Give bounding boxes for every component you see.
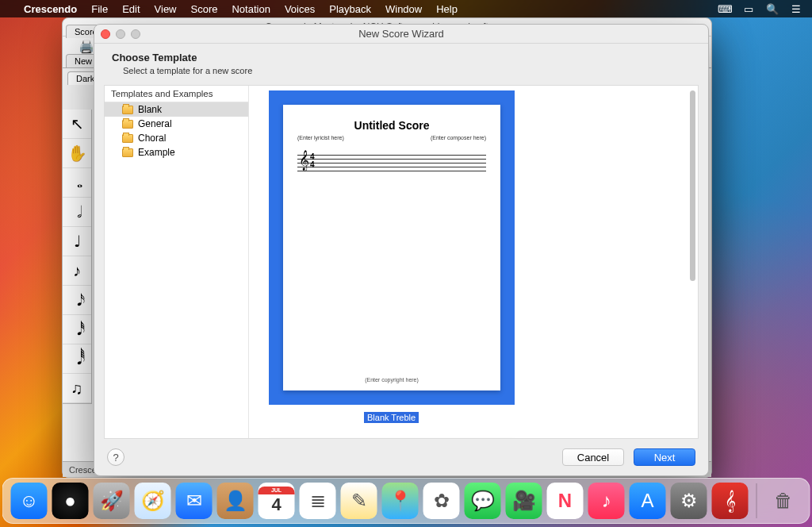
tree-label: Choral [138,133,166,144]
scrollbar-thumb[interactable] [690,90,695,281]
wizard-heading: Choose Template [112,52,691,63]
tool-thirtysecond-note[interactable]: 𝅘𝅥𝅰 [63,315,91,344]
wizard-titlebar[interactable]: New Score Wizard [94,25,708,44]
tool-eighth-note[interactable]: ♪ [63,256,91,286]
wizard-subheading: Select a template for a new score [123,66,691,75]
dock-crescendo-icon[interactable]: 𝄞 [712,483,749,519]
dock-music-icon[interactable]: ♪ [588,483,625,519]
menu-score[interactable]: Score [191,3,218,15]
copyright-placeholder: (Enter copyright here) [283,377,500,383]
dock-calendar-icon[interactable]: JUL4 [259,483,295,519]
spotlight-icon[interactable]: 🔍 [766,2,779,15]
keyboard-input-icon[interactable]: ⌨︎ [718,2,731,15]
tool-beamed-notes[interactable]: ♫ [63,374,91,403]
tree-label: Example [138,147,175,158]
menu-edit[interactable]: Edit [122,3,140,15]
wizard-footer: ? Cancel Next [94,439,708,475]
menu-voices[interactable]: Voices [285,3,315,15]
dock-maps-icon[interactable]: 📍 [382,483,419,519]
app-menu[interactable]: Crescendo [24,3,77,15]
tool-hand[interactable]: ✋ [63,139,91,168]
folder-icon [122,120,133,129]
tool-half-note[interactable]: 𝅗𝅥 [63,198,91,227]
score-title: Untitled Score [297,119,486,132]
macos-dock: ☺●🚀🧭✉👤JUL4≣✎📍✿💬🎥N♪A⚙𝄞🗑 [2,478,810,524]
dock-photos-icon[interactable]: ✿ [423,483,460,519]
menu-file[interactable]: File [91,3,108,15]
tree-label: Blank [138,104,162,115]
time-signature: 4 4 [310,153,315,169]
dock-mail-icon[interactable]: ✉ [176,483,213,519]
tree-item-choral[interactable]: Choral [105,131,248,145]
note-palette: ↖ ✋ 𝅝 𝅗𝅥 ♩ ♪ 𝅘𝅥𝅯 𝅘𝅥𝅰 𝅘𝅥𝅱 ♫ [62,110,92,404]
dock-appstore-icon[interactable]: A [630,483,666,519]
menu-window[interactable]: Window [385,3,422,15]
folder-icon [122,134,133,143]
template-preview-area[interactable]: Untitled Score (Enter lyricist here) (En… [249,86,698,438]
dock-settings-icon[interactable]: ⚙ [671,483,707,519]
control-center-icon[interactable]: ☰ [790,2,802,15]
cancel-button[interactable]: Cancel [562,448,624,466]
tree-label: General [138,118,172,129]
dock-siri-icon[interactable]: ● [52,483,89,519]
tree-item-general[interactable]: General [105,117,248,131]
template-name-label: Blank Treble [364,412,419,423]
wizard-header: Choose Template Select a template for a … [94,44,708,85]
wizard-title: New Score Wizard [358,28,444,40]
folder-icon [122,106,133,114]
template-thumbnail-selected[interactable]: Untitled Score (Enter lyricist here) (En… [269,90,515,405]
score-page-preview: Untitled Score (Enter lyricist here) (En… [283,105,500,390]
menu-help[interactable]: Help [436,3,458,15]
dock-facetime-icon[interactable]: 🎥 [506,483,542,519]
lyricist-placeholder: (Enter lyricist here) [297,135,344,140]
macos-menubar: Crescendo File Edit View Score Notation … [0,0,812,17]
dock-launchpad-icon[interactable]: 🚀 [94,483,130,519]
menu-view[interactable]: View [155,3,177,15]
composer-placeholder: (Enter composer here) [431,135,486,140]
tool-pointer[interactable]: ↖ [63,110,91,139]
next-button[interactable]: Next [634,448,695,466]
dock-news-icon[interactable]: N [547,483,584,519]
close-icon[interactable] [101,29,110,39]
folder-icon [122,148,133,157]
new-score-wizard-window: New Score Wizard Choose Template Select … [94,24,709,476]
dock-trash-icon[interactable]: 🗑 [765,483,802,519]
tool-sixtyfourth-note[interactable]: 𝅘𝅥𝅱 [63,344,91,374]
tool-sixteenth-note[interactable]: 𝅘𝅥𝅯 [63,286,91,315]
dock-finder-icon[interactable]: ☺ [11,483,48,519]
maximize-icon [131,29,140,39]
tree-item-example[interactable]: Example [105,145,248,160]
template-tree: Templates and Examples Blank General Cho… [105,86,249,438]
dock-messages-icon[interactable]: 💬 [465,483,501,519]
minimize-icon [116,29,125,39]
dock-safari-icon[interactable]: 🧭 [135,483,171,519]
treble-clef-icon: 𝄞 [299,152,309,169]
staff-treble: 𝄞 4 4 [297,155,486,174]
dock-contacts-icon[interactable]: 👤 [217,483,254,519]
dock-notes-icon[interactable]: ✎ [341,483,377,519]
tool-whole-note[interactable]: 𝅝 [63,168,91,198]
tree-header: Templates and Examples [105,86,248,102]
menu-playback[interactable]: Playback [329,3,371,15]
dock-reminders-icon[interactable]: ≣ [300,483,336,519]
dock-separator [756,483,757,518]
tool-quarter-note[interactable]: ♩ [63,227,91,256]
menu-notation[interactable]: Notation [232,3,270,15]
help-button[interactable]: ? [107,448,124,466]
screen-mirroring-icon[interactable]: ▭ [742,2,755,15]
tree-item-blank[interactable]: Blank [105,102,248,117]
